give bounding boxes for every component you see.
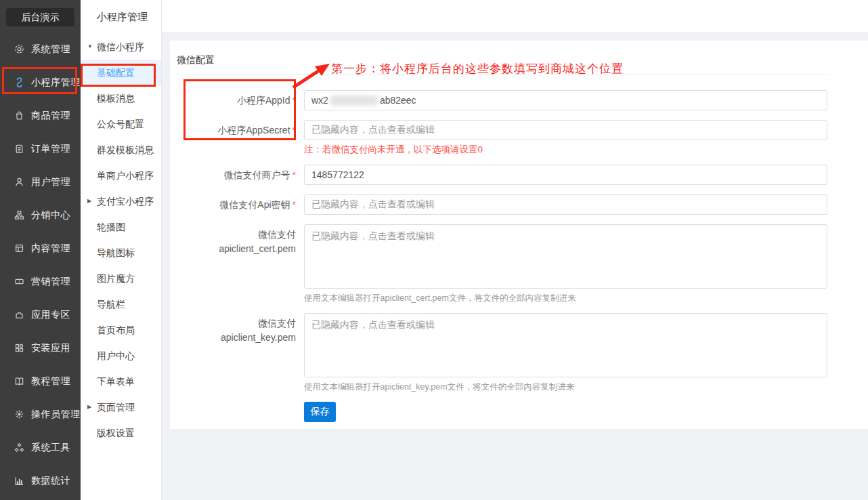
sidebar-item-operators[interactable]: 操作员管理 (0, 398, 81, 431)
submenu-item-nav-bar[interactable]: 导航栏 (81, 291, 161, 317)
sidebar-item-miniprogram[interactable]: 小程序管理 (0, 66, 81, 99)
sidebar-item-label: 营销管理 (31, 276, 70, 288)
appsecret-label: 小程序AppSecret* (177, 120, 304, 140)
required-mark: * (292, 95, 296, 106)
sidebar-item-distribution[interactable]: 分销中心 (0, 199, 81, 232)
sidebar-item-label: 商品管理 (31, 110, 70, 122)
sidebar-item-goods[interactable]: 商品管理 (0, 99, 81, 132)
mchid-label: 微信支付商户号* (177, 165, 304, 185)
sidebar-item-tutorial[interactable]: 教程管理 (0, 364, 81, 398)
submenu-item-template-message[interactable]: 模板消息 (81, 85, 161, 111)
save-button[interactable]: 保存 (304, 402, 336, 422)
submenu-title: 小程序管理 (81, 0, 161, 34)
submenu-item-label: 页面管理 (97, 402, 135, 413)
secondary-sidebar: 小程序管理 ▼ 微信小程序 基础配置 模板消息 公众号配置 群发模板消息 单商户… (81, 0, 162, 500)
appid-value-prefix: wx2 (311, 95, 328, 106)
puzzle-icon (14, 309, 25, 320)
sidebar-item-statistics[interactable]: 数据统计 (0, 464, 81, 497)
submenu-item-order-form[interactable]: 下单表单 (81, 369, 161, 394)
sidebar-item-appzone[interactable]: 应用专区 (0, 298, 81, 331)
sidebar-item-users[interactable]: 用户管理 (0, 165, 81, 199)
submenu-item-single-merchant[interactable]: 单商户小程序 (81, 163, 161, 188)
sidebar-item-system[interactable]: 系统管理 (0, 33, 81, 66)
required-mark: * (292, 169, 296, 180)
form-row-appid: 小程序AppId* wx2ab82eec (177, 90, 827, 110)
form-row-cert: 微信支付 apiclient_cert.pem 已隐藏内容，点击查看或编辑 (177, 224, 827, 289)
wechat-pay-note: 注：若微信支付尚未开通，以下选项请设置0 (304, 144, 827, 156)
sidebar-item-label: 用户管理 (31, 176, 70, 188)
submenu-item-label: 支付宝小程序 (97, 196, 154, 207)
bag-icon (14, 110, 25, 121)
cert-textarea[interactable]: 已隐藏内容，点击查看或编辑 (304, 224, 827, 289)
submenu-item-label: 用户中心 (97, 350, 135, 361)
app-window: 后台演示 系统管理 小程序管理 商品管理 订单管理 (0, 0, 868, 500)
submenu-item-user-center[interactable]: 用户中心 (81, 343, 161, 369)
sidebar-item-label: 小程序管理 (31, 77, 81, 89)
submenu-item-nav-icons[interactable]: 导航图标 (81, 240, 161, 266)
operator-gear-icon (14, 409, 25, 420)
sidebar-item-marketing[interactable]: 营销管理 (0, 265, 81, 298)
form-row-mchid: 微信支付商户号* 1485772122 (177, 165, 827, 185)
submenu-item-label: 导航栏 (97, 299, 125, 310)
submenu-item-copyright[interactable]: 版权设置 (81, 420, 161, 446)
submenu-item-label: 首页布局 (97, 325, 135, 335)
submenu-item-label: 基础配置 (97, 67, 135, 78)
main-area: 微信配置 第一步：将小程序后台的这些参数填写到商城这个位置 小程序AppId* (162, 0, 868, 500)
submenu-item-home-layout[interactable]: 首页布局 (81, 317, 161, 343)
blurred-text (330, 96, 378, 106)
key-help-text: 使用文本编辑器打开apiclient_key.pem文件，将文件的全部内容复制进… (304, 381, 827, 393)
tools-icon (14, 442, 25, 453)
appsecret-input[interactable]: 已隐藏内容，点击查看或编辑 (304, 120, 827, 140)
submenu-item-carousel[interactable]: 轮播图 (81, 214, 161, 240)
sidebar-item-label: 教程管理 (31, 375, 70, 388)
wechat-config-form: 小程序AppId* wx2ab82eec 小程序AppSecret* 已隐藏内容… (177, 90, 827, 422)
sidebar-item-tools[interactable]: 系统工具 (0, 431, 81, 464)
submenu-item-mass-template[interactable]: 群发模板消息 (81, 137, 161, 163)
cert-label: 微信支付 apiclient_cert.pem (177, 224, 304, 289)
submenu-item-label: 微信小程序 (97, 41, 144, 52)
annotation-step-text: 第一步：将小程序后台的这些参数填写到商城这个位置 (331, 61, 624, 77)
key-label: 微信支付 apiclient_key.pem (177, 313, 304, 377)
sidebar-item-label: 数据统计 (31, 475, 70, 487)
sidebar-item-label: 操作员管理 (31, 409, 81, 421)
submenu-item-official-account[interactable]: 公众号配置 (81, 111, 161, 137)
sitemap-icon (14, 209, 25, 221)
sidebar-item-label: 应用专区 (31, 309, 70, 321)
submenu-item-alipay-miniprogram[interactable]: ▶ 支付宝小程序 (81, 188, 161, 214)
submenu-item-page-management[interactable]: ▶ 页面管理 (81, 394, 161, 420)
apikey-label: 微信支付Api密钥* (177, 194, 304, 215)
apikey-input[interactable]: 已隐藏内容，点击查看或编辑 (304, 194, 827, 215)
chart-icon (14, 475, 25, 486)
appid-label: 小程序AppId* (177, 90, 304, 110)
miniprogram-icon (14, 77, 25, 88)
submenu-item-basic-config[interactable]: 基础配置 (81, 60, 161, 85)
submenu-item-label: 下单表单 (97, 376, 135, 387)
hidden-value-text: 已隐藏内容，点击查看或编辑 (311, 319, 435, 330)
sidebar-item-label: 订单管理 (31, 143, 70, 155)
form-row-apikey: 微信支付Api密钥* 已隐藏内容，点击查看或编辑 (177, 194, 827, 215)
sidebar-item-content[interactable]: 内容管理 (0, 232, 81, 265)
mchid-input[interactable]: 1485772122 (304, 165, 827, 185)
form-row-appsecret: 小程序AppSecret* 已隐藏内容，点击查看或编辑 (177, 120, 827, 140)
appid-input[interactable]: wx2ab82eec (304, 90, 827, 110)
hidden-value-text: 已隐藏内容，点击查看或编辑 (311, 199, 435, 211)
chevron-down-icon: ▼ (87, 34, 93, 60)
submenu-item-label: 群发模板消息 (97, 144, 154, 155)
sidebar-item-label: 系统管理 (31, 43, 70, 56)
ticket-icon (14, 276, 25, 287)
gear-icon (14, 43, 25, 55)
required-mark: * (292, 199, 296, 210)
grid-icon (14, 342, 25, 354)
hidden-value-text: 已隐藏内容，点击查看或编辑 (311, 124, 435, 136)
submenu-item-image-cube[interactable]: 图片魔方 (81, 266, 161, 291)
submenu-item-wechat-miniprogram[interactable]: ▼ 微信小程序 (81, 34, 161, 60)
chevron-right-icon: ▶ (87, 394, 91, 420)
submenu-item-label: 轮播图 (97, 222, 125, 232)
sidebar-item-orders[interactable]: 订单管理 (0, 132, 81, 165)
key-textarea[interactable]: 已隐藏内容，点击查看或编辑 (304, 313, 827, 377)
user-icon (14, 176, 25, 188)
required-mark: * (292, 125, 296, 136)
sidebar-item-install[interactable]: 安装应用 (0, 331, 81, 364)
submenu-item-label: 图片魔方 (97, 273, 135, 284)
submenu-item-label: 公众号配置 (97, 119, 144, 129)
